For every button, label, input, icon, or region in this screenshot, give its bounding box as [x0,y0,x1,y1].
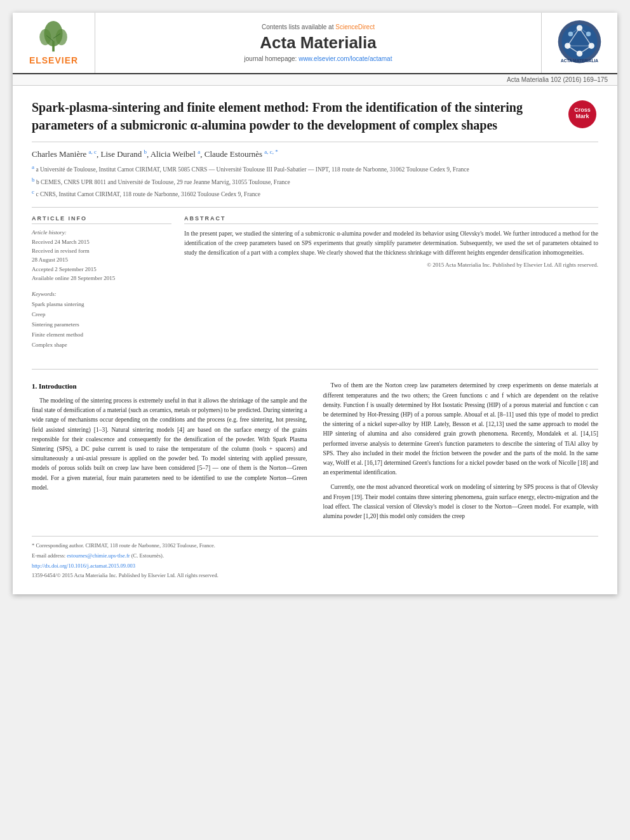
homepage-url[interactable]: www.elsevier.com/locate/actamat [298,55,392,62]
elsevier-logo: ELSEVIER [13,13,95,73]
body-left-col: 1. Introduction The modeling of the sint… [32,381,307,526]
svg-text:Mark: Mark [575,113,589,119]
article-history: Article history: Received 24 March 2015 … [32,229,171,283]
abstract-copyright: © 2015 Acta Materialia Inc. Published by… [184,262,598,268]
abstract-label: ABSTRACT [184,215,598,224]
main-content: Spark-plasma-sintering and finite elemen… [13,86,617,594]
journal-center: Contents lists available at ScienceDirec… [95,13,541,73]
elsevier-tree-icon [27,21,81,53]
crossmark-badge[interactable]: Cross Mark [566,98,598,130]
sciencedirect-link[interactable]: ScienceDirect [335,23,375,30]
page: ELSEVIER Contents lists available at Sci… [13,13,617,594]
citation-bar: Acta Materialia 102 (2016) 169–175 [13,74,617,86]
history-accepted: Accepted 2 September 2015 [32,265,171,274]
footnotes-area: * Corresponding author. CIRIMAT, 118 rou… [32,536,598,580]
keyword-2: Creep [32,309,171,319]
intro-paragraph-1: The modeling of the sintering process is… [32,396,307,493]
svg-text:Cross: Cross [574,107,591,113]
svg-text:ACTA MATERIALIA: ACTA MATERIALIA [561,58,598,63]
doi-line: http://dx.doi.org/10.1016/j.actamat.2015… [32,562,598,570]
abstract-column: ABSTRACT In the present paper, we studie… [184,215,598,358]
keywords-label: Keywords: [32,291,171,297]
corresponding-author-note: * Corresponding author. CIRIMAT, 118 rou… [32,542,598,550]
abstract-text: In the present paper, we studied the sin… [184,229,598,258]
affiliations: a a Université de Toulouse, Institut Car… [32,163,598,207]
svg-point-3 [56,29,67,44]
history-received: Received 24 March 2015 [32,237,171,246]
homepage-line: journal homepage: www.elsevier.com/locat… [245,55,392,62]
issn-line: 1359-6454/© 2015 Acta Materialia Inc. Pu… [32,571,598,580]
history-online: Available online 28 September 2015 [32,274,171,283]
email-note: E-mail address: estournes@chimie.ups-tls… [32,552,598,560]
contents-line: Contents lists available at ScienceDirec… [262,23,375,30]
affiliation-b: b b CEMES, CNRS UPR 8011 and Université … [32,176,598,187]
intro-section-title: 1. Introduction [32,381,307,392]
history-revised-label: Received in revised form [32,246,171,255]
doi-url[interactable]: http://dx.doi.org/10.1016/j.actamat.2015… [32,563,135,569]
svg-point-2 [39,29,51,44]
email-address[interactable]: estournes@chimie.ups-tlse.fr [67,552,130,559]
article-info-abstract-section: ARTICLE INFO Article history: Received 2… [32,215,598,358]
journal-header: ELSEVIER Contents lists available at Sci… [13,13,617,74]
affiliation-a: a a Université de Toulouse, Institut Car… [32,163,598,174]
authors-line: Charles Manière a, c, Lise Durand b, Ali… [32,149,598,159]
intro-paragraph-2: Two of them are the Norton creep law par… [323,381,599,477]
history-revised-date: 28 August 2015 [32,255,171,264]
acta-logo-right: ACTA MATERIALIA [541,13,617,73]
article-info-label: ARTICLE INFO [32,215,171,224]
journal-title-main: Acta Materialia [260,33,377,53]
intro-paragraph-3: Currently, one the most advanced theoret… [323,483,599,521]
article-title-area: Spark-plasma-sintering and finite elemen… [32,98,598,142]
article-info-column: ARTICLE INFO Article history: Received 2… [32,215,171,358]
section-divider [32,369,598,370]
body-two-col: 1. Introduction The modeling of the sint… [32,381,598,526]
article-title: Spark-plasma-sintering and finite elemen… [32,98,554,134]
elsevier-brand-text: ELSEVIER [29,55,78,65]
keyword-3: Sintering parameters [32,319,171,330]
body-right-col: Two of them are the Norton creep law par… [323,381,599,526]
keyword-4: Finite element method [32,330,171,340]
crossmark-icon: Cross Mark [567,99,598,130]
keyword-1: Spark plasma sintering [32,299,171,309]
history-label: Article history: [32,229,171,236]
keyword-5: Complex shape [32,340,171,350]
affiliation-c: c c CNRS, Institut Carnot CIRIMAT, 118 r… [32,188,598,199]
acta-logo-icon: ACTA MATERIALIA [548,19,611,67]
keywords-block: Keywords: Spark plasma sintering Creep S… [32,291,171,350]
